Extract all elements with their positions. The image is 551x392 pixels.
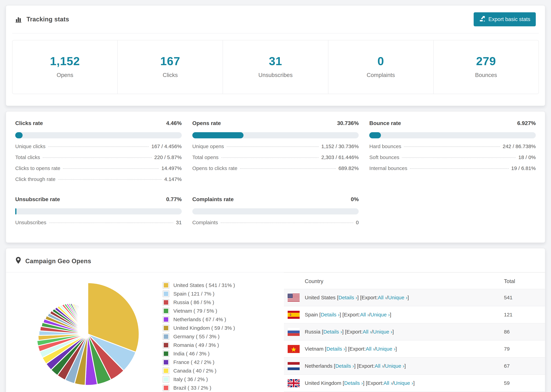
tracking-stats-header: Tracking stats Export basic stats: [12, 6, 539, 33]
legend-swatch: [163, 342, 169, 348]
rate-block-title: Clicks rate: [15, 120, 43, 126]
legend-item-united-kingdom: United Kingdom ( 59 / 3% ): [163, 325, 268, 331]
rate-row-leader: [48, 147, 149, 147]
geo-row-total-cell: 541: [504, 295, 545, 301]
rate-row-label: Hard bounces: [369, 143, 401, 149]
legend-swatch: [163, 376, 169, 383]
rate-block-bounce-rate: Bounce rate6.927%Hard bounces242 / 86.73…: [369, 120, 536, 182]
legend-swatch: [163, 316, 169, 323]
geo-row-country-cell: Russia [Details ›] [Export: All › / Uniq…: [284, 328, 504, 336]
rate-row-value: 18 / 0%: [518, 154, 536, 160]
summary-stat-value: 167: [118, 54, 223, 68]
rate-rows: Unique opens1,152 / 30.736%Total opens2,…: [192, 143, 359, 171]
export-all-link[interactable]: All ›: [366, 346, 374, 352]
rate-block-head: Unsubscribe rate0.77%: [15, 196, 182, 203]
legend-label: Vietnam ( 79 / 5% ): [173, 308, 217, 314]
rate-row-value: 14.497%: [161, 165, 182, 171]
rate-block-value: 6.927%: [517, 120, 536, 126]
export-unique-link[interactable]: Unique ›: [376, 346, 395, 352]
summary-stat-opens: 1,152Opens: [13, 40, 117, 94]
rate-progress-fill: [15, 132, 23, 138]
rate-rows: Unique clicks167 / 4.456%Total clicks220…: [15, 143, 182, 182]
legend-swatch: [163, 325, 169, 331]
rate-row-value: 19 / 6.81%: [511, 165, 536, 171]
geo-pie-legend: United States ( 541 / 31% )Spain ( 121 /…: [163, 282, 268, 392]
summary-stat-bounces: 279Bounces: [433, 40, 538, 94]
rate-row-leader: [404, 147, 500, 147]
geo-table-row-es: Spain [Details ›] [Export: All › / Uniqu…: [284, 306, 545, 323]
rate-rows: Complaints0: [192, 220, 359, 225]
rate-row-label: Total clicks: [15, 154, 40, 160]
rate-row-value: 220 / 5.87%: [154, 154, 182, 160]
details-link[interactable]: Details ›: [335, 363, 354, 369]
rate-row: Total clicks220 / 5.87%: [15, 154, 182, 160]
export-unique-link[interactable]: Unique ›: [388, 295, 407, 301]
details-link[interactable]: Details ›: [339, 295, 357, 301]
export-button-label: Export basic stats: [488, 16, 530, 22]
legend-item-india: India ( 46 / 3% ): [163, 350, 268, 357]
export-unique-link[interactable]: Unique ›: [370, 312, 390, 318]
rate-progress-fill: [369, 132, 381, 138]
geo-table-header: Country Total: [284, 273, 545, 289]
details-link[interactable]: Details ›: [321, 312, 339, 318]
rate-block-title: Unsubscribe rate: [15, 196, 60, 203]
export-unique-link[interactable]: Unique ›: [385, 363, 404, 369]
rate-row-value: 4.147%: [164, 176, 182, 182]
rate-row-label: Unique opens: [192, 143, 224, 149]
rate-block-clicks-rate: Clicks rate4.46%Unique clicks167 / 4.456…: [15, 120, 182, 182]
legend-item-france: France ( 42 / 2% ): [163, 359, 268, 365]
rate-progress-fill: [192, 132, 243, 138]
export-all-link[interactable]: All ›: [378, 295, 387, 301]
rates-grid-bottom: Unsubscribe rate0.77%Unsubscribes31Compl…: [12, 196, 539, 225]
summary-stat-unsubscribes: 31Unsubscribes: [223, 40, 328, 94]
legend-label: Brazil ( 33 / 2% ): [173, 385, 211, 391]
export-all-link[interactable]: All ›: [383, 380, 392, 386]
details-link[interactable]: Details ›: [344, 380, 363, 386]
nl-flag-icon: [288, 362, 300, 370]
rate-progress-fill: [15, 208, 16, 215]
rate-progress-track: [192, 208, 359, 215]
rate-block-title: Bounce rate: [369, 120, 401, 126]
rate-row-leader: [240, 168, 336, 169]
geo-title-text: Campaign Geo Opens: [25, 258, 91, 265]
rate-row: Unique opens1,152 / 30.736%: [192, 143, 359, 149]
rate-block-value: 0.77%: [166, 196, 182, 203]
legend-label: India ( 46 / 3% ): [173, 351, 210, 357]
summary-stat-complaints: 0Complaints: [328, 40, 433, 94]
summary-stat-label: Complaints: [328, 72, 433, 78]
rate-row: Internal bounces19 / 6.81%: [369, 165, 536, 171]
legend-item-italy: Italy ( 36 / 2% ): [163, 376, 268, 383]
export-unique-link[interactable]: Unique ›: [394, 380, 413, 386]
vn-flag-icon: [288, 345, 300, 353]
campaign-geo-opens-card: Campaign Geo Opens United States ( 541 /…: [6, 248, 545, 392]
rate-rows: Unsubscribes31: [15, 220, 182, 225]
rate-row: Complaints0: [192, 220, 359, 225]
legend-label: Netherlands ( 67 / 4% ): [173, 317, 226, 322]
geo-table-row-nl: Netherlands [Details ›] [Export: All › /…: [284, 357, 545, 374]
details-link[interactable]: Details ›: [323, 329, 342, 335]
es-flag-icon: [288, 311, 300, 319]
geo-table-row-gb: United Kingdom [Details ›] [Export: All …: [284, 374, 545, 392]
rate-row: Total opens2,303 / 61.446%: [192, 154, 359, 160]
details-link[interactable]: Details ›: [326, 346, 345, 352]
summary-stat-label: Unsubscribes: [223, 72, 328, 78]
geo-row-total-cell: 67: [504, 363, 545, 369]
rate-block-head: Complaints rate0%: [192, 196, 359, 203]
rate-block-unsubscribe-rate: Unsubscribe rate0.77%Unsubscribes31: [15, 196, 182, 225]
legend-swatch: [163, 333, 169, 340]
summary-stat-label: Bounces: [434, 72, 538, 78]
geo-row-country-cell: Vietnam [Details ›] [Export: All › / Uni…: [284, 345, 504, 353]
geo-table-rows: United States [Details ›] [Export: All ›…: [284, 289, 545, 392]
export-all-link[interactable]: All ›: [360, 312, 369, 318]
legend-label: Russia ( 86 / 5% ): [173, 300, 214, 305]
rate-progress-track: [369, 132, 536, 138]
bar-chart-icon: [15, 16, 22, 23]
export-basic-stats-button[interactable]: Export basic stats: [474, 12, 536, 26]
rate-row: Clicks to opens rate14.497%: [15, 165, 182, 171]
geo-row-country-cell: United States [Details ›] [Export: All ›…: [284, 294, 504, 302]
export-all-link[interactable]: All ›: [363, 329, 372, 335]
export-all-link[interactable]: All ›: [375, 363, 384, 369]
rate-row-value: 0: [356, 220, 359, 225]
legend-swatch: [163, 350, 169, 357]
export-unique-link[interactable]: Unique ›: [373, 329, 392, 335]
